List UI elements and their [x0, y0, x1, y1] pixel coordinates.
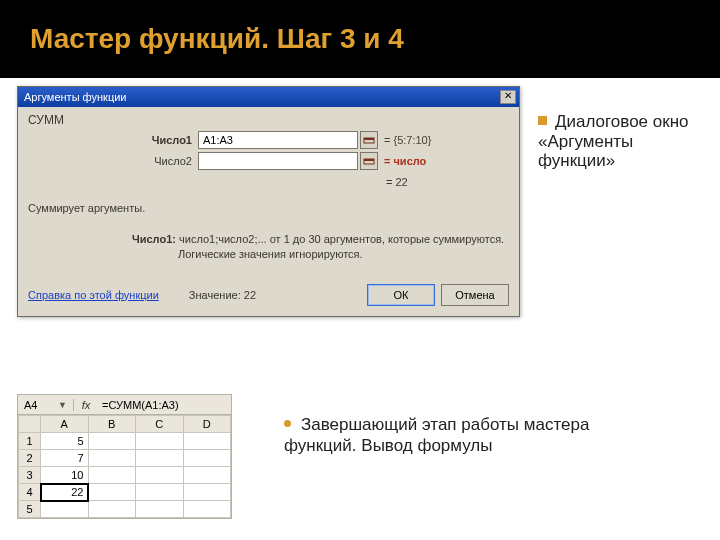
cell[interactable] [183, 484, 231, 501]
row-header[interactable]: 4 [19, 484, 41, 501]
cell[interactable] [136, 484, 184, 501]
bullet-dot-icon [284, 420, 291, 427]
function-arguments-dialog: Аргументы функции ✕ СУММ Число1 = {5:7:1… [17, 86, 520, 317]
formula-bar-value[interactable]: =СУММ(A1:A3) [98, 399, 231, 411]
table-row: 4 22 [19, 484, 231, 501]
row-header[interactable]: 1 [19, 433, 41, 450]
table-row: 1 5 [19, 433, 231, 450]
lower-note: Завершающий этап работы мастера функций.… [284, 414, 664, 457]
col-header[interactable]: C [136, 416, 184, 433]
help-link[interactable]: Справка по этой функции [28, 289, 159, 301]
cell[interactable] [88, 467, 136, 484]
cell[interactable] [136, 467, 184, 484]
cell[interactable] [136, 501, 184, 518]
cell[interactable] [88, 484, 136, 501]
col-header[interactable]: D [183, 416, 231, 433]
corner-cell[interactable] [19, 416, 41, 433]
chevron-down-icon[interactable]: ▼ [58, 400, 67, 410]
cancel-button[interactable]: Отмена [441, 284, 509, 306]
arg1-label: Число1 [28, 134, 198, 146]
function-name: СУММ [28, 113, 509, 127]
collapse-dialog-icon[interactable] [360, 131, 378, 149]
dialog-titlebar: Аргументы функции ✕ [18, 87, 519, 107]
fx-icon[interactable]: fx [74, 399, 98, 411]
cell[interactable] [183, 433, 231, 450]
value-label: Значение: 22 [189, 289, 256, 301]
cell[interactable]: 5 [41, 433, 89, 450]
cell[interactable] [88, 501, 136, 518]
cell[interactable] [136, 450, 184, 467]
table-row: 5 [19, 501, 231, 518]
cell[interactable] [88, 433, 136, 450]
cell[interactable]: 10 [41, 467, 89, 484]
slide-title: Мастер функций. Шаг 3 и 4 [30, 23, 404, 55]
svg-rect-1 [364, 138, 374, 140]
cell[interactable] [183, 450, 231, 467]
row-header[interactable]: 2 [19, 450, 41, 467]
arg2-input[interactable] [198, 152, 358, 170]
cell[interactable]: 7 [41, 450, 89, 467]
ok-button[interactable]: ОК [367, 284, 435, 306]
row-header[interactable]: 3 [19, 467, 41, 484]
bullet-square-icon [538, 116, 547, 125]
result-preview: = 22 [28, 176, 509, 188]
cell[interactable] [136, 433, 184, 450]
arg1-hint: = {5:7:10} [384, 134, 431, 146]
close-icon[interactable]: ✕ [500, 90, 516, 104]
collapse-dialog-icon[interactable] [360, 152, 378, 170]
side-note: Диалоговое окно «Аргументы функции» [538, 112, 710, 171]
cell[interactable] [41, 501, 89, 518]
arg1-input[interactable] [198, 131, 358, 149]
table-row: 3 10 [19, 467, 231, 484]
formula-bar: A4 ▼ fx =СУММ(A1:A3) [18, 395, 231, 415]
svg-rect-3 [364, 159, 374, 161]
argument-explanation: Число1: число1;число2;... от 1 до 30 арг… [28, 232, 509, 262]
spreadsheet-sample: A4 ▼ fx =СУММ(A1:A3) A B C D 1 5 2 7 3 1… [17, 394, 232, 519]
name-box[interactable]: A4 ▼ [18, 399, 74, 411]
col-header[interactable]: B [88, 416, 136, 433]
arg2-hint: = число [384, 155, 426, 167]
cell[interactable] [183, 467, 231, 484]
table-row: 2 7 [19, 450, 231, 467]
cell[interactable] [183, 501, 231, 518]
column-header-row: A B C D [19, 416, 231, 433]
cell[interactable] [88, 450, 136, 467]
active-cell[interactable]: 22 [41, 484, 89, 501]
function-description: Суммирует аргументы. [28, 202, 509, 214]
dialog-title: Аргументы функции [24, 91, 127, 103]
arg2-label: Число2 [28, 155, 198, 167]
col-header[interactable]: A [41, 416, 89, 433]
row-header[interactable]: 5 [19, 501, 41, 518]
